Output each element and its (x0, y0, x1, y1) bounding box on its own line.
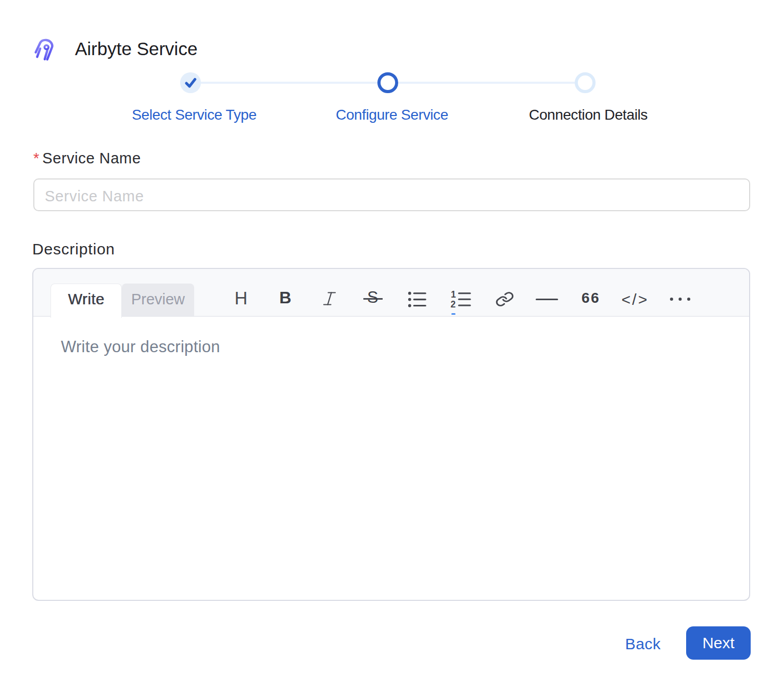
svg-text:2: 2 (451, 299, 456, 309)
svg-text:1: 1 (451, 291, 456, 300)
